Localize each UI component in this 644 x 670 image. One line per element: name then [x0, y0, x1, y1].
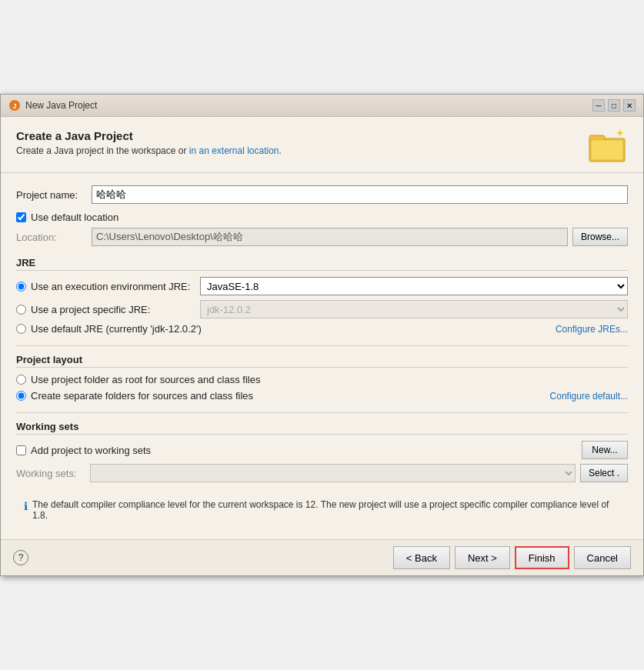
jre-option3-label: Use default JRE (currently 'jdk-12.0.2') [31, 323, 202, 335]
working-sets-label: Add project to working sets [31, 445, 582, 456]
maximize-button[interactable]: □ [608, 99, 620, 112]
footer-left: ? [13, 550, 28, 565]
close-button[interactable]: ✕ [623, 99, 636, 112]
configure-jres-link[interactable]: Configure JREs... [556, 324, 628, 335]
svg-text:✦: ✦ [616, 129, 625, 139]
dialog-title: Create a Java Project [16, 129, 282, 142]
jre-option3-left: Use default JRE (currently 'jdk-12.0.2') [16, 323, 202, 335]
cancel-button[interactable]: Cancel [574, 546, 631, 569]
info-box: ℹ The default compiler compliance level … [16, 493, 628, 527]
next-button[interactable]: Next > [455, 546, 510, 569]
location-row: Location: Browse... [16, 228, 628, 246]
jre-option2-row: Use a project specific JRE: jdk-12.0.2 [16, 300, 628, 318]
layout-section: Project layout Use project folder as roo… [16, 354, 628, 402]
description-text2: . [279, 145, 282, 156]
layout-option2-label: Create separate folders for sources and … [31, 390, 253, 402]
layout-option2-radio[interactable] [16, 391, 26, 401]
new-working-set-button[interactable]: New... [582, 441, 628, 459]
working-sets-section: Working sets Add project to working sets… [16, 421, 628, 482]
minimize-button[interactable]: ─ [592, 99, 605, 112]
layout-option2-left: Create separate folders for sources and … [16, 390, 253, 402]
layout-option1-row: Use project folder as root for sources a… [16, 374, 628, 385]
browse-button[interactable]: Browse... [572, 228, 628, 246]
layout-option1-radio[interactable] [16, 375, 26, 385]
svg-rect-4 [591, 140, 623, 160]
back-button[interactable]: < Back [393, 546, 450, 569]
jre-option1-radio[interactable] [16, 282, 26, 292]
title-controls: ─ □ ✕ [592, 99, 636, 112]
working-sets-title: Working sets [16, 421, 628, 435]
java-icon: J [8, 99, 21, 112]
external-location-link[interactable]: in an external location [189, 145, 279, 156]
description-text1: Create a Java project in the workspace o… [16, 145, 189, 156]
svg-text:J: J [12, 102, 16, 110]
dialog-footer: ? < Back Next > Finish Cancel [1, 539, 643, 575]
project-name-row: Project name: [16, 185, 628, 204]
dialog-window: J New Java Project ─ □ ✕ Create a Java P… [0, 94, 644, 576]
jre-option2-radio[interactable] [16, 305, 26, 315]
jre-option1-label: Use an execution environment JRE: [31, 281, 200, 292]
folder-icon: ✦ [588, 129, 628, 163]
info-icon: ℹ [24, 500, 28, 512]
divider2 [16, 412, 628, 413]
layout-section-title: Project layout [16, 354, 628, 368]
sets-combo-row: Working sets: Select . [16, 464, 628, 482]
footer-buttons: < Back Next > Finish Cancel [393, 546, 631, 569]
working-sets-row: Add project to working sets New... [16, 441, 628, 459]
finish-button[interactable]: Finish [515, 546, 569, 569]
project-name-label: Project name: [16, 189, 85, 201]
project-name-input[interactable] [92, 185, 628, 204]
jre-option2-label: Use a project specific JRE: [31, 304, 200, 315]
divider1 [16, 345, 628, 346]
jre-section: JRE Use an execution environment JRE: Ja… [16, 257, 628, 335]
jre-environment-select[interactable]: JavaSE-1.8 JavaSE-11 JavaSE-12 [200, 277, 628, 295]
info-text: The default compiler compliance level fo… [32, 499, 620, 521]
title-bar-left: J New Java Project [8, 99, 97, 112]
default-location-label: Use default location [31, 212, 118, 223]
select-working-set-button[interactable]: Select . [580, 464, 628, 482]
jre-option3-row: Use default JRE (currently 'jdk-12.0.2')… [16, 323, 628, 335]
dialog-description: Create a Java project in the workspace o… [16, 145, 282, 156]
configure-default-link[interactable]: Configure default... [550, 391, 628, 402]
jre-option1-row: Use an execution environment JRE: JavaSE… [16, 277, 628, 295]
dialog-header: Create a Java Project Create a Java proj… [1, 117, 643, 173]
window-title: New Java Project [25, 100, 97, 111]
location-label: Location: [16, 232, 85, 243]
working-sets-select[interactable] [90, 464, 576, 482]
default-location-row: Use default location [16, 212, 628, 223]
dialog-header-content: Create a Java Project Create a Java proj… [16, 129, 282, 156]
sets-label: Working sets: [16, 468, 85, 479]
jre-option1-combo-wrapper: JavaSE-1.8 JavaSE-11 JavaSE-12 [200, 277, 628, 295]
layout-option2-row: Create separate folders for sources and … [16, 390, 628, 402]
jre-option3-radio[interactable] [16, 324, 26, 334]
title-bar: J New Java Project ─ □ ✕ [1, 95, 643, 117]
jre-specific-select[interactable]: jdk-12.0.2 [200, 300, 628, 318]
dialog-body: Project name: Use default location Locat… [1, 173, 643, 539]
working-sets-checkbox[interactable] [16, 445, 26, 455]
location-input[interactable] [92, 228, 568, 246]
help-button[interactable]: ? [13, 550, 28, 565]
jre-option2-combo-wrapper: jdk-12.0.2 [200, 300, 628, 318]
layout-option1-label: Use project folder as root for sources a… [31, 374, 260, 385]
jre-section-title: JRE [16, 257, 628, 271]
default-location-checkbox[interactable] [16, 212, 26, 222]
